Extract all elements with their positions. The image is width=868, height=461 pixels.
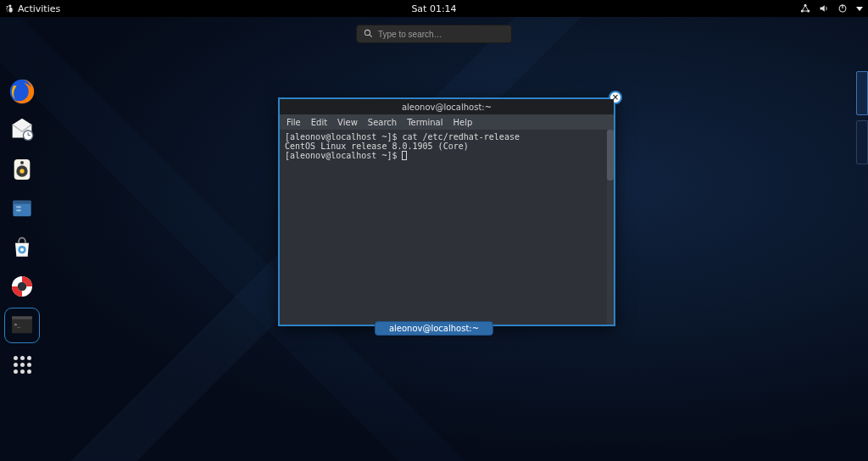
menu-help[interactable]: Help [453,118,472,127]
svg-point-28 [18,282,27,292]
overview-search[interactable] [356,25,512,43]
svg-rect-22 [13,201,31,204]
dock-item-evolution[interactable] [7,115,37,146]
svg-point-10 [364,30,370,35]
workspace-switcher [853,71,868,164]
shopping-bag-icon [8,234,36,261]
svg-point-19 [19,169,24,173]
dash-dock: >_ [3,76,41,380]
svg-point-0 [8,4,11,7]
activities-button[interactable]: Activities [18,3,60,14]
window-task-label[interactable]: aleonov@localhost:~ [375,321,493,336]
terminal-menubar: File Edit View Search Terminal Help [280,114,614,130]
svg-rect-24 [16,209,20,211]
volume-icon[interactable] [819,3,829,14]
terminal-window[interactable]: × aleonov@localhost:~ File Edit View Sea… [278,97,615,326]
svg-point-3 [7,10,8,11]
system-tray[interactable] [800,3,863,14]
svg-point-1 [7,6,8,8]
menu-file[interactable]: File [287,118,301,127]
power-icon[interactable] [837,3,848,14]
clock[interactable]: Sat 01:14 [411,3,456,14]
menu-terminal[interactable]: Terminal [407,118,442,127]
svg-point-26 [20,248,24,252]
svg-text:>_: >_ [14,321,21,328]
gnome-foot-icon [5,4,14,13]
files-icon [8,195,36,222]
terminal-line: [aleonov@localhost ~]$ cat /etc/redhat-r… [285,132,520,142]
terminal-line: [aleonov@localhost ~]$ [285,151,402,160]
top-bar: Activities Sat 01:14 [0,0,868,17]
speaker-icon [8,156,36,183]
life-ring-icon [8,273,36,300]
dock-item-show-applications[interactable] [7,349,37,380]
scrollbar-thumb[interactable] [607,130,614,181]
dock-item-firefox[interactable] [7,76,37,107]
workspace-thumb-1[interactable] [856,71,868,115]
terminal-line: CentOS Linux release 8.0.1905 (Core) [285,142,469,151]
search-icon [364,29,373,40]
terminal-icon: >_ [8,312,36,339]
menu-view[interactable]: View [337,118,358,127]
dock-item-files[interactable] [7,193,37,224]
terminal-cursor [402,151,407,160]
svg-point-4 [9,8,13,13]
terminal-scrollbar[interactable] [607,130,614,325]
apps-grid-icon [14,356,31,374]
dock-item-help[interactable] [7,271,37,302]
mail-icon [8,116,36,145]
dock-item-software[interactable] [7,232,37,263]
window-title: aleonov@localhost:~ [402,103,492,112]
dock-item-rhythmbox[interactable] [7,154,37,185]
menu-search[interactable]: Search [368,118,397,127]
svg-point-20 [20,161,24,164]
svg-rect-23 [16,206,20,208]
chevron-down-icon[interactable] [856,7,863,11]
firefox-icon [8,77,36,106]
search-input[interactable] [378,30,504,39]
workspace-thumb-2[interactable] [856,120,868,164]
terminal-output[interactable]: [aleonov@localhost ~]$ cat /etc/redhat-r… [280,130,614,325]
menu-edit[interactable]: Edit [311,118,327,127]
svg-point-2 [6,8,8,10]
svg-rect-30 [12,316,32,319]
topbar-left: Activities [5,3,60,14]
network-icon[interactable] [800,3,810,14]
window-titlebar[interactable]: aleonov@localhost:~ [280,99,614,114]
svg-line-11 [370,34,372,36]
dock-item-terminal[interactable]: >_ [7,310,37,341]
